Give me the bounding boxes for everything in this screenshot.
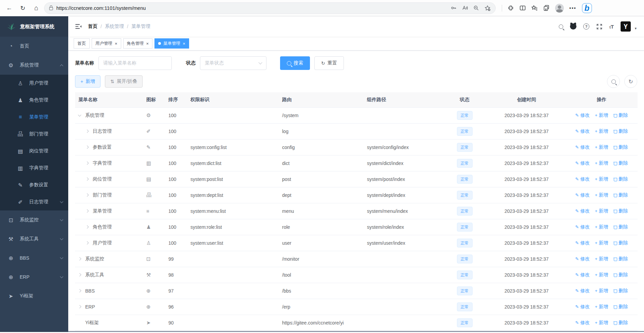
profile-avatar[interactable] [555,4,564,13]
delete-link[interactable]: 删除 [613,192,628,198]
sidebar-item-字典管理[interactable]: ▥ 字典管理 [0,160,68,177]
expand-caret-icon[interactable] [78,113,81,116]
app-logo[interactable]: 意框架管理系统 [0,16,68,37]
table-row[interactable]: 角色管理 ♟ 100 system:role:list role system/… [75,219,638,235]
delete-link[interactable]: 删除 [613,128,628,134]
sidebar-item-菜单管理[interactable]: ≡ 菜单管理 [0,109,68,126]
more-icon[interactable]: ••• [569,5,576,11]
add-link[interactable]: +新增 [595,288,608,294]
table-row[interactable]: 部门管理 品 100 system:dept:list dept system/… [75,187,638,203]
expand-caret-icon[interactable] [78,257,81,261]
favorites-add-icon[interactable] [484,5,491,11]
sidebar-item-系统监控[interactable]: ⊡ 系统监控 [0,210,68,229]
add-link[interactable]: +新增 [595,208,608,214]
zoom-out-icon[interactable] [473,5,479,11]
add-link[interactable]: +新增 [595,192,608,198]
table-row[interactable]: 系统管理 ⚙ 100 /system 正常 2023-03-29 18:52:3… [75,107,638,123]
fullscreen-icon[interactable] [596,23,603,30]
add-link[interactable]: +新增 [595,320,608,326]
table-row[interactable]: ERP ⊕ 96 /erp 正常 2023-03-29 18:52:37 ✎修改… [75,299,638,315]
status-select[interactable]: 菜单状态 [200,56,266,70]
table-row[interactable]: 系统监控 ⊡ 99 /monitor 正常 2023-03-29 18:52:3… [75,251,638,267]
expand-caret-icon[interactable] [86,162,89,165]
add-link[interactable]: +新增 [595,240,608,246]
password-key-icon[interactable] [451,5,457,11]
edit-link[interactable]: ✎修改 [575,128,590,134]
question-icon[interactable]: ? [583,23,589,30]
table-row[interactable]: 岗位管理 ▤ 100 system:post:list post system/… [75,171,638,187]
edit-link[interactable]: ✎修改 [575,288,590,294]
add-button[interactable]: + 新增 [75,75,100,88]
delete-link[interactable]: 删除 [613,288,628,294]
sidebar-item-参数设置[interactable]: ✎ 参数设置 [0,177,68,193]
close-tab-icon[interactable]: × [183,41,185,46]
table-row[interactable]: Yi框架 ➤ 90 https://gitee.com/ccnetcore/yi… [75,315,638,331]
yi-logo-avatar[interactable]: Y [621,21,631,32]
sidebar-item-部门管理[interactable]: 品 部门管理 [0,126,68,143]
table-row[interactable]: 菜单管理 ≡ 100 system:menu:list menu system/… [75,203,638,219]
edit-link[interactable]: ✎修改 [575,192,590,198]
breadcrumb-home[interactable]: 首页 [88,23,97,30]
delete-link[interactable]: 删除 [613,112,628,118]
add-link[interactable]: +新增 [595,176,608,182]
delete-link[interactable]: 删除 [613,320,628,326]
expand-caret-icon[interactable] [86,241,89,245]
home-icon[interactable]: ⌂ [31,2,42,14]
delete-link[interactable]: 删除 [613,224,628,230]
edit-link[interactable]: ✎修改 [575,320,590,326]
expand-caret-icon[interactable] [78,305,81,309]
expand-caret-icon[interactable] [78,289,81,293]
text-size-icon[interactable]: tT [609,24,614,30]
edit-link[interactable]: ✎修改 [575,160,590,166]
search-circle-button[interactable] [607,75,620,88]
edit-link[interactable]: ✎修改 [575,224,590,230]
sidebar-item-系统工具[interactable]: ⚒ 系统工具 [0,229,68,248]
delete-link[interactable]: 删除 [613,144,628,150]
expand-caret-icon[interactable] [86,130,89,133]
table-row[interactable]: 用户管理 ♙ 100 system:user:list user system/… [75,235,638,251]
table-row[interactable]: 字典管理 ▥ 100 system:dict:list dict system/… [75,155,638,171]
edit-link[interactable]: ✎修改 [575,176,590,182]
delete-link[interactable]: 删除 [613,240,628,246]
hamburger-collapse-icon[interactable] [75,23,82,30]
view-tab-角色管理[interactable]: 角色管理 × [123,38,153,49]
search-icon[interactable] [559,24,563,29]
table-row[interactable]: 参数设置 ✎ 100 system:config:list config sys… [75,139,638,155]
delete-link[interactable]: 删除 [613,208,628,214]
sidebar-item-岗位管理[interactable]: ▤ 岗位管理 [0,143,68,160]
url-text[interactable]: https://ccnetcore.com:1101/system/menu [56,5,447,11]
expand-collapse-button[interactable]: ⇅ 展开/折叠 [105,75,143,88]
edit-link[interactable]: ✎修改 [575,272,590,278]
sidebar-item-角色管理[interactable]: ♟ 角色管理 [0,92,68,109]
delete-link[interactable]: 删除 [613,272,628,278]
add-link[interactable]: +新增 [595,160,608,166]
sidebar-item-用户管理[interactable]: ♙ 用户管理 [0,75,68,92]
delete-link[interactable]: 删除 [613,256,628,262]
back-icon[interactable]: ← [3,2,15,14]
edit-link[interactable]: ✎修改 [575,256,590,262]
close-tab-icon[interactable]: × [146,41,149,46]
edit-link[interactable]: ✎修改 [575,112,590,118]
refresh-circle-button[interactable]: ↻ [624,75,637,88]
edit-link[interactable]: ✎修改 [575,144,590,150]
view-tab-菜单管理[interactable]: 菜单管理 × [154,38,189,49]
expand-caret-icon[interactable] [86,209,89,213]
sidebar-item-系统管理[interactable]: ⚙ 系统管理 [0,56,68,75]
expand-caret-icon[interactable] [86,178,89,181]
add-link[interactable]: +新增 [595,128,608,134]
reset-button[interactable]: ↻ 重置 [314,56,344,70]
edit-link[interactable]: ✎修改 [575,240,590,246]
menu-name-input[interactable]: 请输入菜单名称 [98,56,172,70]
delete-link[interactable]: 删除 [613,304,628,310]
add-link[interactable]: +新增 [595,304,608,310]
delete-link[interactable]: 删除 [613,160,628,166]
github-icon[interactable] [570,23,576,30]
expand-caret-icon[interactable] [86,146,89,149]
refresh-icon[interactable]: ↻ [17,2,29,14]
bing-chat-icon[interactable]: b [582,3,592,13]
add-link[interactable]: +新增 [595,144,608,150]
split-screen-icon[interactable] [519,5,526,11]
table-row[interactable]: BBS ⊕ 97 /bbs 正常 2023-03-29 18:52:37 ✎修改… [75,283,638,299]
edit-link[interactable]: ✎修改 [575,304,590,310]
add-link[interactable]: +新增 [595,112,608,118]
